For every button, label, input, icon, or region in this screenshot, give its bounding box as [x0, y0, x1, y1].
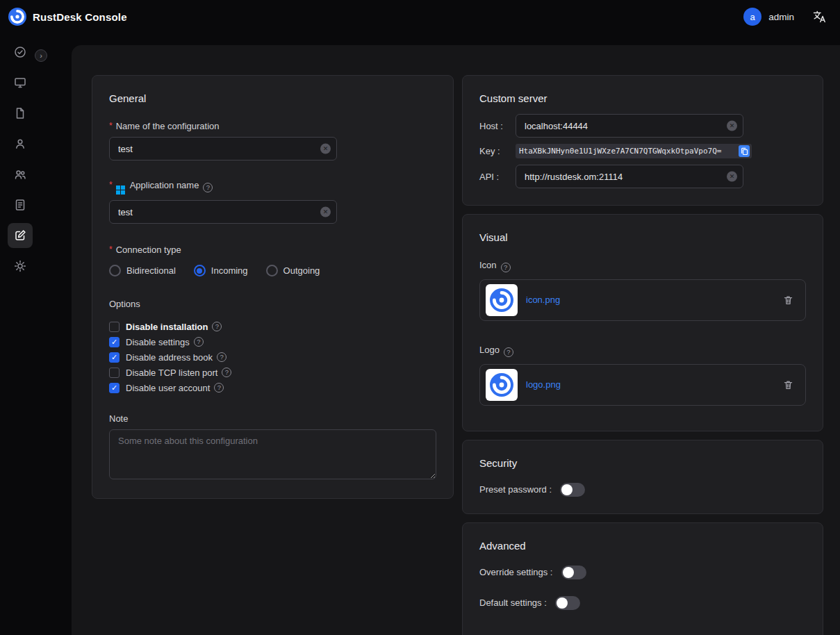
- checkbox-checked[interactable]: ✓: [109, 383, 120, 393]
- sidebar-item-users[interactable]: [8, 131, 33, 156]
- default-settings-toggle[interactable]: [555, 596, 580, 610]
- api-row: API : ✕: [479, 165, 806, 188]
- advanced-title: Advanced: [479, 540, 806, 552]
- help-icon[interactable]: ?: [222, 368, 231, 377]
- content-panel: General Name of the configuration ✕ Appl…: [72, 45, 840, 635]
- clear-host-icon[interactable]: ✕: [727, 121, 737, 131]
- delete-icon-trash-icon[interactable]: [782, 294, 794, 306]
- checkbox-disable-address-book[interactable]: ✓ Disable address book ?: [109, 349, 436, 365]
- sidebar-item-custom-clients[interactable]: [8, 223, 33, 248]
- name-input[interactable]: [109, 137, 337, 160]
- username[interactable]: admin: [768, 12, 794, 22]
- translate-icon[interactable]: [812, 10, 826, 24]
- topbar-right: a admin: [743, 8, 826, 26]
- sidebar-item-devices[interactable]: [8, 70, 33, 95]
- override-settings-toggle[interactable]: [561, 566, 586, 579]
- sidebar: [0, 33, 40, 635]
- delete-logo-trash-icon[interactable]: [782, 379, 794, 391]
- override-settings-label: Override settings :: [479, 567, 553, 577]
- sidebar-item-groups[interactable]: [8, 162, 33, 187]
- sidebar-item-address-books[interactable]: [8, 192, 33, 217]
- checkbox-checked[interactable]: ✓: [109, 352, 120, 363]
- general-card: General Name of the configuration ✕ Appl…: [92, 75, 454, 499]
- checkbox-disable-user-account[interactable]: ✓ Disable user account ?: [109, 380, 436, 395]
- right-column: Custom server Host : ✕ Key : HtaXBkJNHy: [462, 75, 823, 635]
- key-value: HtaXBkJNHyn0e1U1jWXze7A7CN7QTGWqxkOtpaVp…: [519, 147, 736, 156]
- default-settings-label: Default settings :: [479, 597, 547, 608]
- icon-thumbnail: [486, 284, 518, 316]
- host-input[interactable]: [516, 114, 743, 138]
- radio-circle[interactable]: [109, 265, 121, 277]
- radio-outgoing[interactable]: Outgoing: [266, 265, 320, 277]
- name-field-label: Name of the configuration: [109, 121, 436, 131]
- override-settings-row: Override settings :: [479, 566, 806, 579]
- radio-incoming[interactable]: Incoming: [194, 265, 248, 277]
- rustdesk-console-app: RustDesk Console a admin: [0, 0, 840, 635]
- avatar[interactable]: a: [743, 8, 761, 26]
- connection-type-radios: Bidirectional Incoming Outgoing: [109, 265, 436, 277]
- clear-api-icon[interactable]: ✕: [727, 172, 737, 182]
- application-field-wrap: ✕: [109, 200, 337, 224]
- custom-server-title: Custom server: [479, 92, 806, 104]
- edit-icon: [13, 229, 27, 242]
- logo-file-box: logo.png: [479, 364, 806, 406]
- logo-file-link[interactable]: logo.png: [526, 379, 561, 390]
- clear-name-icon[interactable]: ✕: [320, 144, 331, 154]
- help-icon[interactable]: ?: [217, 352, 227, 362]
- clear-application-icon[interactable]: ✕: [320, 207, 331, 217]
- icon-file-box: icon.png: [479, 279, 806, 321]
- help-icon[interactable]: ?: [501, 263, 511, 272]
- book-icon: [13, 198, 27, 212]
- preset-password-toggle[interactable]: [560, 483, 585, 497]
- monitor-icon: [13, 76, 27, 90]
- checkbox-disable-tcp-listen-port[interactable]: Disable TCP listen port ?: [109, 365, 436, 380]
- sidebar-expand-button[interactable]: ›: [35, 49, 47, 62]
- copy-icon[interactable]: [739, 145, 750, 157]
- application-input[interactable]: [109, 200, 337, 224]
- radio-circle-checked[interactable]: [194, 265, 206, 277]
- name-field-wrap: ✕: [109, 137, 337, 160]
- note-textarea[interactable]: [109, 429, 436, 479]
- checkbox[interactable]: [109, 322, 120, 332]
- icon-file-link[interactable]: icon.png: [526, 295, 560, 305]
- key-row: Key : HtaXBkJNHyn0e1U1jWXze7A7CN7QTGWqxk…: [479, 144, 806, 158]
- note-label: Note: [109, 413, 436, 424]
- help-icon[interactable]: ?: [203, 183, 213, 192]
- help-icon[interactable]: ?: [212, 322, 222, 331]
- radio-circle[interactable]: [266, 265, 278, 277]
- sidebar-item-audit[interactable]: [8, 101, 33, 126]
- file-icon: [13, 106, 27, 120]
- radio-bidirectional[interactable]: Bidirectional: [109, 265, 176, 277]
- app-title: RustDesk Console: [33, 11, 127, 23]
- help-icon[interactable]: ?: [214, 383, 224, 393]
- main: General Name of the configuration ✕ Appl…: [40, 33, 840, 635]
- options-checkboxes: Disable installation ? ✓ Disable setting…: [109, 319, 436, 395]
- checkbox-checked[interactable]: ✓: [109, 337, 120, 347]
- api-field-wrap: ✕: [516, 165, 743, 188]
- visual-title: Visual: [479, 231, 806, 243]
- api-input[interactable]: [516, 165, 743, 188]
- left-column: General Name of the configuration ✕ Appl…: [92, 75, 454, 499]
- logo-label: Logo?: [479, 345, 806, 357]
- help-icon[interactable]: ?: [194, 337, 204, 347]
- rustdesk-logo-icon: [8, 8, 26, 26]
- help-icon[interactable]: ?: [504, 347, 513, 357]
- rustdesk-logo-icon: [490, 288, 513, 312]
- checkbox[interactable]: [109, 368, 120, 378]
- key-field: HtaXBkJNHyn0e1U1jWXze7A7CN7QTGWqxkOtpaVp…: [516, 144, 752, 158]
- preset-password-row: Preset password :: [479, 483, 806, 497]
- sidebar-item-settings[interactable]: [8, 254, 33, 279]
- security-title: Security: [479, 457, 806, 469]
- visual-card: Visual Icon? icon.png: [462, 214, 823, 431]
- custom-server-card: Custom server Host : ✕ Key : HtaXBkJNHy: [462, 75, 823, 206]
- icon-label: Icon?: [479, 260, 806, 272]
- windows-logo-icon: [116, 185, 125, 195]
- sidebar-item-dashboard[interactable]: [8, 40, 33, 65]
- options-label: Options: [109, 299, 436, 309]
- checkbox-disable-settings[interactable]: ✓ Disable settings ?: [109, 334, 436, 349]
- checkbox-disable-installation[interactable]: Disable installation ?: [109, 319, 436, 334]
- required-mark: [109, 180, 116, 190]
- circle-check-icon: [13, 45, 27, 59]
- users-icon: [13, 167, 27, 181]
- application-field-label: Application name?: [109, 180, 436, 195]
